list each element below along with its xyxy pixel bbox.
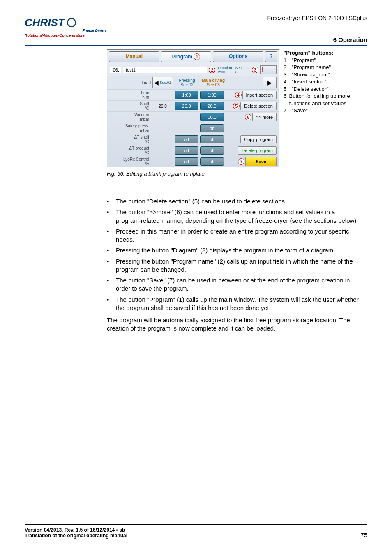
- time-label: Timeh:m: [110, 90, 151, 99]
- page-footer: Version 04/2013, Rev. 1.5 of 16/12/2014 …: [25, 524, 367, 539]
- figure-caption: Fig. 66: Editing a blank program templat…: [107, 171, 370, 177]
- callout-2: 2: [209, 67, 215, 73]
- program-number: 06.: [110, 67, 121, 73]
- list-item: Proceed in this manner in order to creat…: [116, 227, 362, 244]
- safety-label: Safety press.mbar: [110, 124, 151, 133]
- header-rule: [25, 45, 367, 46]
- doc-title: Freeze-dryer EPSILON 2-10D LSCplus: [267, 15, 367, 21]
- next-section-button[interactable]: ▶: [263, 77, 277, 88]
- tab-help[interactable]: ?: [265, 51, 277, 62]
- list-item: The button "Delete section" (5) can be u…: [116, 197, 362, 206]
- brand-logo: CHRIST Freeze Dryers Rotational-Vacuum-C…: [25, 16, 107, 37]
- sections-label: Sections3: [234, 66, 250, 74]
- delete-program-button[interactable]: Delete program: [238, 146, 277, 155]
- sec03-header: Main dryingSec.03: [201, 78, 226, 87]
- lyorx-sec03[interactable]: off: [200, 157, 224, 166]
- dtprod-sec02[interactable]: off: [175, 146, 198, 155]
- dtprod-label: ΔT product°C: [110, 146, 151, 155]
- brand-text: CHRIST: [25, 16, 65, 29]
- time-sec03[interactable]: 1:00: [200, 91, 224, 99]
- delete-section-button[interactable]: Delete section: [240, 102, 277, 110]
- callout-6: 6: [245, 114, 251, 120]
- load-label: Load: [110, 81, 151, 85]
- more-button[interactable]: >> more: [252, 113, 277, 121]
- shelf-label: Shelf°C: [110, 102, 151, 111]
- callout-3: 3: [252, 67, 258, 73]
- list-item: The button ">>more" (6) can be used to e…: [116, 208, 362, 225]
- lyorx-sec02[interactable]: off: [175, 157, 198, 166]
- duration-label: Duration2:00: [217, 66, 233, 74]
- tab-program-label: Program: [172, 54, 192, 60]
- prev-section-button[interactable]: ◀Sec.01: [152, 77, 173, 88]
- program-name-field[interactable]: test1: [123, 67, 207, 73]
- screenshot-panel: Manual Program 1 Options ? 06. test1 2 D…: [107, 49, 279, 167]
- list-item: Pressing the button "Diagram" (3) displa…: [116, 246, 362, 254]
- callout-7: 7: [238, 158, 244, 165]
- callout-1: 1: [194, 53, 200, 60]
- footer-translation: Translation of the original operating ma…: [25, 533, 127, 539]
- list-item: The button "Save" (7) can be used in bet…: [116, 276, 362, 293]
- safety-sec03[interactable]: off: [200, 124, 224, 132]
- show-diagram-button[interactable]: [260, 65, 277, 74]
- list-item: Pressing the button "Program name" (2) c…: [116, 257, 362, 274]
- dtshelf-sec03[interactable]: off: [200, 135, 224, 143]
- list-item: The button "Program" (1) calls up the ma…: [116, 296, 362, 312]
- time-sec02[interactable]: 1:00: [175, 91, 198, 99]
- callout-5: 5: [233, 103, 240, 109]
- legend: "Program" buttons: 1"Program" 2"Program …: [284, 49, 370, 114]
- vacuum-sec03[interactable]: 10.0: [200, 113, 224, 121]
- dtshelf-label: ΔT shelf°C: [110, 135, 151, 144]
- insert-section-button[interactable]: Insert section: [242, 91, 277, 99]
- tab-manual[interactable]: Manual: [109, 51, 159, 62]
- page-number: 75: [360, 532, 367, 539]
- tab-program[interactable]: Program 1: [161, 51, 212, 62]
- dtshelf-sec02[interactable]: off: [175, 135, 198, 143]
- gauge-icon: [67, 18, 76, 27]
- vacuum-label: Vacuummbar: [110, 113, 151, 122]
- paragraph: The program will be automatically assign…: [107, 316, 362, 333]
- legend-title: "Program" buttons:: [284, 49, 370, 57]
- shelf-load: 20.0: [152, 104, 173, 109]
- shelf-sec03[interactable]: 20.0: [200, 102, 224, 110]
- lyorx-label: LyoRx Control%: [110, 157, 151, 166]
- shelf-sec02[interactable]: 20.0: [175, 102, 198, 110]
- dtprod-sec03[interactable]: off: [200, 146, 224, 155]
- tab-options[interactable]: Options: [213, 51, 263, 62]
- save-button[interactable]: Save: [245, 157, 277, 166]
- section-heading: 6 Operation: [333, 36, 367, 43]
- callout-4: 4: [235, 92, 242, 98]
- footer-version: Version 04/2013, Rev. 1.5 of 16/12/2014 …: [25, 527, 127, 533]
- sec02-header: FreezingSec.02: [175, 78, 199, 87]
- body-text: •The button "Delete section" (5) can be …: [107, 197, 362, 333]
- copy-program-button[interactable]: Copy program: [240, 135, 277, 143]
- brand-sub2: Rotational-Vacuum-Concentrators: [25, 33, 107, 37]
